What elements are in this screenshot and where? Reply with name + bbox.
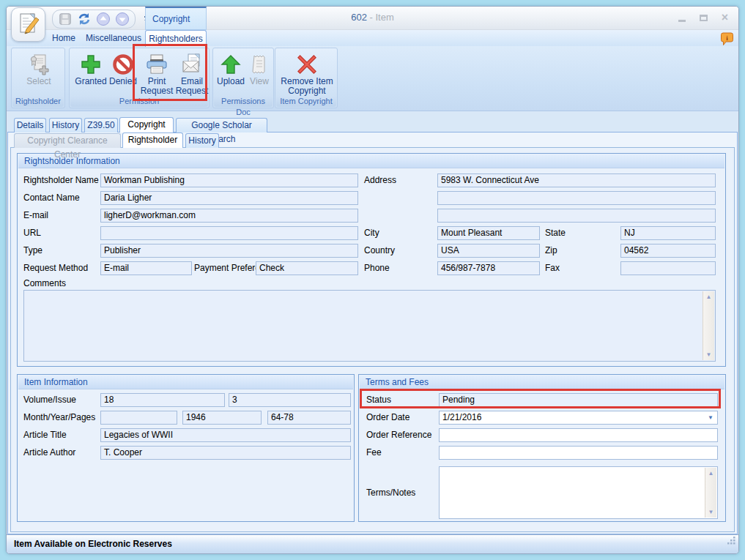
tab-z3950[interactable]: Z39.50 (84, 118, 118, 132)
fax-field[interactable] (620, 261, 716, 275)
save-icon[interactable] (57, 11, 73, 27)
scroll-down-icon[interactable]: ▼ (706, 351, 712, 358)
address-line2-field[interactable] (437, 191, 716, 205)
up-circle-icon[interactable] (95, 11, 111, 27)
article-title-field[interactable]: Legacies of WWII (100, 428, 351, 442)
terms-notes-scrollbar[interactable]: ▲ ▼ (705, 468, 716, 518)
address-label: Address (364, 173, 396, 187)
ribbon-tab-rightsholders[interactable]: Rightsholders (145, 30, 207, 47)
tab-copyright[interactable]: Copyright (119, 117, 174, 132)
maximize-button[interactable] (700, 15, 708, 21)
terms-and-fees-section: Terms and Fees Status Pending Order Date… (358, 374, 726, 522)
phone-field[interactable]: 456/987-7878 (437, 261, 540, 275)
request-method-field[interactable]: E-mail (100, 261, 192, 275)
tab-google-scholar-search[interactable]: Google Scholar Search (176, 118, 267, 132)
email-label: E-mail (23, 209, 48, 222)
country-field[interactable]: USA (437, 244, 540, 258)
window-title-rest: - Item (370, 12, 394, 23)
subtab-rightsholder[interactable]: Rightsholder (122, 132, 183, 148)
url-field[interactable] (100, 226, 358, 240)
ribbon-tab-miscellaneous[interactable]: Miscellaneous (83, 30, 144, 46)
item-information-section: Item Information Volume/Issue 18 3 Month… (17, 374, 355, 522)
scroll-up-icon[interactable]: ▲ (708, 470, 714, 477)
application-menu-button[interactable] (11, 7, 45, 42)
comments-label: Comments (23, 277, 66, 290)
country-label: Country (364, 244, 395, 257)
state-field[interactable]: NJ (620, 226, 716, 240)
terms-notes-textarea[interactable]: ▲ ▼ (439, 466, 718, 519)
resize-grip-icon[interactable] (727, 533, 736, 551)
email-request-button[interactable]: Email Request (175, 51, 209, 96)
fax-label: Fax (545, 261, 560, 275)
order-reference-field[interactable] (439, 428, 718, 442)
state-label: State (545, 226, 566, 239)
tab-history[interactable]: History (49, 118, 82, 132)
ribbon-group-permission: Granted Denied (69, 48, 210, 108)
view-doc-icon (248, 51, 270, 77)
document-pencil-icon (16, 11, 41, 39)
remove-item-copyright-button[interactable]: Remove Item Copyright (278, 51, 336, 96)
email-field[interactable]: ligherD@workman.com (100, 209, 358, 223)
minimize-button[interactable] (678, 20, 686, 22)
scroll-down-icon[interactable]: ▼ (708, 509, 714, 515)
dropdown-arrow-icon[interactable]: ▼ (708, 415, 714, 421)
subtab-history[interactable]: History (185, 133, 219, 148)
contextual-tab-group-header: Copyright (145, 7, 207, 30)
type-field[interactable]: Publisher (100, 244, 358, 258)
url-label: URL (23, 226, 41, 239)
volume-field[interactable]: 18 (100, 393, 225, 407)
item-information-header: Item Information (18, 376, 353, 389)
upload-arrow-icon (220, 51, 242, 77)
view-button[interactable]: View (246, 51, 273, 86)
rightsholder-subtab-page: Rightsholder Information Rightsholder Na… (10, 147, 735, 532)
tab-details[interactable]: Details (14, 118, 46, 132)
zip-field[interactable]: 04562 (620, 244, 716, 258)
status-field[interactable]: Pending (439, 393, 718, 407)
denied-button[interactable]: Denied (108, 51, 138, 86)
fee-field[interactable] (439, 446, 718, 460)
order-date-field[interactable]: 1/21/2016 ▼ (439, 411, 718, 425)
granted-button[interactable]: Granted (74, 51, 108, 86)
close-button[interactable]: × (722, 12, 728, 23)
email-request-button-label: Email Request (175, 77, 209, 96)
contact-name-field[interactable]: Daria Ligher (100, 191, 358, 205)
article-title-label: Article Title (23, 428, 67, 441)
rightsholder-information-section: Rightsholder Information Rightsholder Na… (17, 153, 726, 367)
group-label-permissions-doc: Permissions Doc (214, 96, 273, 107)
article-author-field[interactable]: T. Cooper (100, 446, 351, 460)
address-line3-field[interactable] (437, 209, 716, 223)
pages-field[interactable]: 64-78 (267, 411, 351, 425)
subtab-copyright-clearance-center[interactable]: Copyright Clearance Center (14, 133, 121, 148)
ribbon-tab-home[interactable]: Home (46, 30, 81, 46)
terms-and-fees-header: Terms and Fees (360, 376, 724, 389)
refresh-icon[interactable] (76, 11, 92, 27)
zip-label: Zip (545, 244, 557, 257)
printer-icon (145, 51, 168, 77)
contact-name-label: Contact Name (23, 191, 80, 204)
article-author-label: Article Author (23, 446, 75, 459)
address-field[interactable]: 5983 W. Connecticut Ave (437, 173, 716, 187)
order-reference-label: Order Reference (366, 428, 431, 441)
view-button-label: View (250, 77, 269, 86)
comments-textarea[interactable]: ▲ ▼ (23, 290, 716, 362)
rightsholder-name-field[interactable]: Workman Publishing (100, 173, 358, 187)
order-date-label: Order Date (366, 411, 409, 424)
scroll-up-icon[interactable]: ▲ (706, 294, 712, 300)
status-bar: Item Available on Electronic Reserves (7, 534, 738, 553)
granted-button-label: Granted (75, 77, 106, 86)
upload-button[interactable]: Upload (215, 51, 246, 86)
city-field[interactable]: Mount Pleasant (437, 226, 540, 240)
issue-field[interactable]: 3 (229, 393, 351, 407)
month-field[interactable] (100, 411, 177, 425)
status-label: Status (366, 393, 391, 406)
down-circle-icon[interactable] (114, 11, 130, 27)
payment-preference-field[interactable]: Check (256, 261, 358, 275)
print-request-button[interactable]: Print Request (140, 51, 174, 96)
group-label-permission: Permission (70, 96, 208, 107)
select-rightsholder-button[interactable]: Select (21, 51, 56, 86)
year-field[interactable]: 1946 (182, 411, 262, 425)
select-button-label: Select (26, 77, 51, 86)
print-request-button-label: Print Request (140, 77, 174, 96)
comments-scrollbar[interactable]: ▲ ▼ (703, 291, 714, 360)
remove-x-icon (296, 51, 318, 77)
